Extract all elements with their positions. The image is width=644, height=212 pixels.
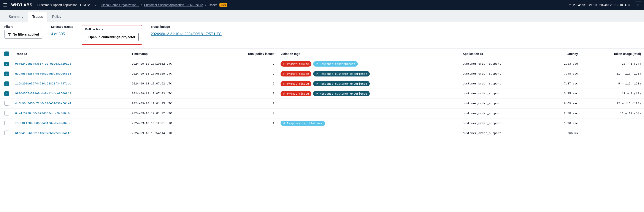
col-tokens[interactable]: Token usage (total)	[581, 49, 644, 59]
filters-group: Filters No filters applied	[4, 25, 42, 39]
trace-id-link[interactable]: 6fb64e856b931a1be873b07fc6304b12	[15, 132, 71, 135]
app-header: WHYLABS Customer Support Application - L…	[0, 0, 644, 10]
trace-id-link[interactable]: 6ca4f6930d60c073d563ccbc9a3d0d4c	[15, 112, 71, 115]
violation-tag-response-cx[interactable]: Response customer experience	[313, 81, 370, 86]
svg-rect-0	[569, 4, 571, 6]
close-button[interactable]	[635, 1, 642, 8]
breadcrumb: Global Demo Organization... / Customer S…	[101, 3, 228, 7]
cell-app-id: customer_order_support	[460, 99, 543, 108]
tag-label: Response customer experience	[320, 82, 367, 85]
cell-latency: 3.25 sec	[543, 89, 581, 99]
tag-label: Prompt misuse	[287, 82, 309, 85]
tag-label: Prompt misuse	[287, 72, 309, 75]
cell-timestamp: 2024-09-18 16:12:01 UTC	[129, 118, 216, 128]
violation-tag-response-truthfulness[interactable]: Response truthfulness	[313, 61, 358, 67]
open-embeddings-projector-button[interactable]: Open in embeddings projector	[85, 33, 139, 41]
row-checkbox[interactable]	[4, 82, 9, 86]
violation-tag-prompt-misuse[interactable]: Prompt misuse	[280, 91, 312, 96]
table-row: 6fb64e856b931a1be873b07fc6304b122024-09-…	[0, 128, 644, 138]
trace-id-link[interactable]: 98204557a529e9bda9e12d4ce8566842	[15, 92, 71, 95]
selected-traces-label: Selected traces	[51, 25, 73, 28]
trace-id-link[interactable]: deaad8f3a87788768dcddbc38ec6c508	[15, 72, 71, 75]
cell-app-id: customer_order_support	[460, 79, 543, 89]
cell-tokens: 12 → 116 (128)	[581, 99, 644, 108]
cell-issues: 0	[216, 128, 278, 138]
cell-app-id: customer_order_support	[460, 118, 543, 128]
filters-button-label: No filters applied	[13, 32, 39, 36]
app-selector[interactable]: Customer Support Application - LLM Se...…	[35, 2, 98, 8]
cell-tokens: 18 → 6 (24)	[581, 59, 644, 69]
cell-issues: 1	[216, 118, 278, 128]
violation-tag-response-cx[interactable]: Response customer experience	[313, 71, 370, 77]
tag-label: Response customer experience	[320, 72, 367, 75]
filters-label: Filters	[4, 25, 42, 28]
col-issues[interactable]: Total policy issues	[216, 49, 278, 59]
tag-label: Prompt misuse	[287, 92, 309, 95]
tag-label: Response truthfulness	[287, 122, 322, 125]
cell-tokens	[581, 118, 644, 128]
row-checkbox[interactable]	[4, 111, 9, 115]
tab-traces[interactable]: Traces	[28, 12, 48, 22]
tab-summary[interactable]: Summary	[4, 12, 28, 22]
col-app-id[interactable]: Application ID	[460, 49, 543, 59]
cell-issues: 2	[216, 79, 278, 89]
row-checkbox[interactable]	[4, 91, 9, 96]
violation-tag-prompt-misuse[interactable]: Prompt misuse	[280, 71, 312, 77]
violation-tag-response-cx[interactable]: Response customer experience	[313, 91, 370, 96]
row-checkbox[interactable]	[4, 72, 9, 76]
violation-tag-response-truthfulness[interactable]: Response truthfulness	[280, 121, 325, 126]
tag-label: Prompt misuse	[287, 62, 309, 66]
table-header-row: Trace ID Timestamp Total policy issues V…	[0, 49, 644, 59]
date-range-label: 2024/09/12 21:10 - 2024/09/18 17:10 UTC	[573, 3, 630, 7]
cell-issues: 2	[216, 89, 278, 99]
cell-timestamp: 2024-09-18 17:08:55 UTC	[129, 69, 216, 79]
row-checkbox[interactable]	[4, 130, 9, 135]
cell-issues: 0	[216, 99, 278, 108]
violation-tag-prompt-misuse[interactable]: Prompt misuse	[280, 81, 312, 86]
cell-tags: Prompt misuseResponse truthfulness	[278, 59, 460, 69]
row-checkbox[interactable]	[4, 101, 9, 106]
select-all-checkbox[interactable]	[4, 51, 9, 56]
traces-table-wrap: Trace ID Timestamp Total policy issues V…	[0, 49, 644, 138]
filter-icon	[8, 33, 11, 36]
col-latency[interactable]: Latency	[543, 49, 581, 59]
table-row: 6ca4f6930d60c073d563ccbc9a3d0d4c2024-09-…	[0, 108, 644, 118]
table-row: 98204557a529e9bda9e12d4ce85668422024-09-…	[0, 89, 644, 99]
row-checkbox[interactable]	[4, 121, 9, 125]
violation-tag-prompt-misuse[interactable]: Prompt misuse	[280, 61, 312, 67]
logo: WHYLABS	[11, 3, 32, 7]
cell-issues: 2	[216, 69, 278, 79]
close-icon	[637, 3, 640, 6]
col-trace-id[interactable]: Trace ID	[12, 49, 129, 59]
cell-tokens: 11 → 8 (19)	[581, 89, 644, 99]
col-tags[interactable]: Violation tags	[278, 49, 460, 59]
trace-lineage-link[interactable]: 2024/09/12 21:10 to 2024/09/18 17:57 UTC	[151, 30, 222, 36]
cell-timestamp: 2024-09-18 17:10:52 UTC	[129, 59, 216, 69]
cell-app-id: customer_order_support	[460, 108, 543, 118]
breadcrumb-org[interactable]: Global Demo Organization...	[101, 3, 139, 7]
tabs-bar: SummaryTracesPolicy	[0, 10, 644, 22]
chevron-down-icon: ▾	[95, 4, 96, 6]
app-selector-label: Customer Support Application - LLM Se...	[37, 3, 93, 7]
col-timestamp[interactable]: Timestamp	[129, 49, 216, 59]
tab-policy[interactable]: Policy	[48, 12, 66, 22]
trace-id-link[interactable]: 9676249cddfd3657f90fed2631729a23	[15, 62, 71, 66]
trace-id-link[interactable]: 446b90c5d53c7246c200e31038af61a4	[15, 102, 71, 105]
cell-latency: 2.70 sec	[543, 108, 581, 118]
filters-button[interactable]: No filters applied	[4, 30, 42, 39]
date-range-picker[interactable]: 2024/09/12 21:10 - 2024/09/18 17:10 UTC	[566, 2, 632, 8]
menu-icon[interactable]	[2, 2, 9, 8]
row-checkbox[interactable]	[4, 62, 9, 66]
cell-latency: 7.48 sec	[543, 69, 581, 79]
breadcrumb-app[interactable]: Customer Support Application - LLM Secur…	[144, 3, 203, 7]
table-row: 9676249cddfd3657f90fed2631729a232024-09-…	[0, 59, 644, 69]
cell-latency: 1.96 sec	[543, 118, 581, 128]
cell-tags: Prompt misuseResponse customer experienc…	[278, 69, 460, 79]
beta-badge: Beta	[220, 3, 227, 7]
cell-issues: 2	[216, 59, 278, 69]
trace-id-link[interactable]: f5350f478b5b66b648176e2bc99d0e5c	[15, 122, 71, 125]
tag-label: Response truthfulness	[320, 62, 355, 66]
calendar-icon	[568, 3, 572, 6]
trace-id-link[interactable]: 115d291ee59744984c92821f34f47ddc	[15, 82, 71, 85]
cell-tokens: 11 → 117 (128)	[581, 69, 644, 79]
